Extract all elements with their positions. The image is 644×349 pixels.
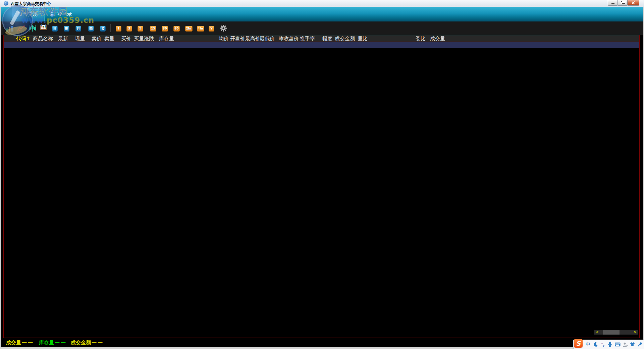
ime-microphone-icon[interactable] bbox=[607, 341, 613, 347]
period-button-1min[interactable]: 1 bbox=[116, 26, 121, 32]
period-button-3min[interactable]: 3 bbox=[126, 26, 132, 32]
scroll-right-arrow-icon[interactable]: > bbox=[633, 330, 638, 335]
column-header[interactable]: 卖价 bbox=[92, 36, 102, 42]
column-header[interactable]: 最新 bbox=[58, 36, 68, 42]
period-button-15min[interactable]: 15 bbox=[150, 26, 156, 32]
column-header[interactable]: 商品名称 bbox=[33, 36, 53, 42]
menu-item-login[interactable]: 登 录 bbox=[47, 7, 80, 21]
status-inventory: 库存量一一 bbox=[39, 340, 67, 346]
minimize-button[interactable] bbox=[608, 0, 618, 6]
quote-table: 代码↑ 商品名称 最新 现量 卖价 卖量 买价 买量 涨跌 库存量 均价 开盘价… bbox=[3, 35, 640, 338]
window-title: 西南大宗商品交易中心 bbox=[11, 1, 51, 7]
ime-account-icon[interactable] bbox=[622, 341, 628, 347]
menu-label: 发售交易 bbox=[18, 11, 38, 17]
window-frame-bottom bbox=[0, 347, 644, 349]
period-button-2hr[interactable]: 2hr bbox=[185, 26, 193, 32]
column-header[interactable]: 涨跌 bbox=[144, 36, 154, 42]
app-window: 西南大宗商品交易中心 发售交易 登 录 bbox=[0, 0, 644, 349]
column-header[interactable]: 成交金额 bbox=[335, 36, 355, 42]
calendar-icon-button[interactable] bbox=[40, 24, 47, 31]
trend-line-view-button[interactable] bbox=[17, 25, 25, 32]
maximize-icon bbox=[621, 1, 624, 4]
column-header[interactable]: 买价 bbox=[121, 36, 131, 42]
ime-skin-tshirt-icon[interactable] bbox=[629, 341, 636, 347]
column-header[interactable]: 昨收盘价 bbox=[279, 36, 299, 42]
period-button-4hr[interactable]: 4hr bbox=[197, 26, 204, 32]
column-header[interactable]: 成交量 bbox=[430, 36, 445, 42]
menu-label: 登 录 bbox=[57, 11, 72, 17]
window-controls bbox=[608, 0, 639, 6]
title-bar: 西南大宗商品交易中心 bbox=[0, 0, 644, 7]
period-button-week[interactable]: 周 bbox=[64, 26, 69, 32]
period-button-x[interactable]: X bbox=[100, 26, 106, 32]
column-header[interactable]: 最高价 bbox=[245, 36, 260, 42]
bar-chart-view-button[interactable] bbox=[4, 23, 15, 33]
horizontal-scrollbar[interactable]: < > bbox=[594, 330, 638, 335]
ime-punctuation-icon[interactable]: °, bbox=[599, 341, 606, 347]
person-icon bbox=[50, 11, 54, 17]
window-frame-left bbox=[0, 7, 1, 349]
minimize-icon bbox=[611, 3, 614, 4]
status-turnover: 成交金额一一 bbox=[71, 340, 104, 346]
status-bar: 成交量一一 库存量一一 成交金额一一 bbox=[1, 338, 643, 347]
app-globe-icon bbox=[4, 1, 8, 6]
period-button-30min[interactable]: 30 bbox=[162, 26, 168, 32]
period-button-day[interactable]: 日 bbox=[52, 26, 58, 32]
settings-gear-icon[interactable] bbox=[220, 24, 227, 32]
column-header[interactable]: 开盘价 bbox=[230, 36, 245, 42]
column-header[interactable]: 均价 bbox=[219, 36, 229, 42]
column-header[interactable]: 量比 bbox=[358, 36, 368, 42]
scroll-left-arrow-icon[interactable]: < bbox=[595, 330, 599, 335]
column-header[interactable]: 库存量 bbox=[159, 36, 174, 42]
ime-chinese-mode-icon[interactable]: 中 bbox=[585, 341, 591, 347]
maximize-button[interactable] bbox=[618, 0, 628, 6]
column-header[interactable]: 幅度 bbox=[322, 36, 332, 42]
ime-toolbar: S 中 °, bbox=[573, 340, 644, 349]
bar-chart-icon bbox=[6, 29, 8, 32]
menu-item-issue-trading[interactable]: 发售交易 bbox=[12, 7, 44, 21]
selected-row[interactable] bbox=[4, 42, 639, 48]
menu-bar: 发售交易 登 录 bbox=[1, 7, 643, 21]
column-header[interactable]: 代码↑ bbox=[16, 36, 31, 42]
table-header-row: 代码↑ 商品名称 最新 现量 卖价 卖量 买价 买量 涨跌 库存量 均价 开盘价… bbox=[4, 35, 639, 42]
close-button[interactable] bbox=[627, 0, 639, 6]
toolbar: 日 周 月 季 X 1 3 5 15 30 60 2hr 4hr Y bbox=[1, 21, 643, 35]
toolbar-separator bbox=[110, 24, 111, 32]
column-header[interactable]: 买量 bbox=[134, 36, 144, 42]
scrollbar-thumb[interactable] bbox=[603, 330, 620, 335]
column-header[interactable]: 卖量 bbox=[104, 36, 114, 42]
period-button-5min[interactable]: 5 bbox=[138, 26, 143, 32]
status-volume: 成交量一一 bbox=[6, 340, 34, 346]
column-header[interactable]: 最低价 bbox=[260, 36, 275, 42]
period-button-month[interactable]: 月 bbox=[75, 26, 81, 32]
ime-fullwidth-moon-icon[interactable] bbox=[592, 341, 599, 347]
candlestick-view-button[interactable] bbox=[29, 24, 37, 32]
column-header[interactable]: 委比 bbox=[416, 36, 426, 42]
column-header[interactable]: 现量 bbox=[75, 36, 85, 42]
close-icon bbox=[632, 1, 635, 4]
sogou-logo-icon[interactable]: S bbox=[574, 339, 583, 348]
column-header[interactable]: 换手率 bbox=[300, 36, 315, 42]
menu-separator bbox=[44, 7, 45, 21]
period-button-quarter[interactable]: 季 bbox=[88, 26, 94, 32]
period-button-year[interactable]: Y bbox=[209, 26, 214, 32]
period-button-60min[interactable]: 60 bbox=[173, 26, 180, 32]
ime-toolbox-wrench-icon[interactable] bbox=[636, 341, 643, 347]
ime-keyboard-icon[interactable] bbox=[614, 341, 621, 347]
